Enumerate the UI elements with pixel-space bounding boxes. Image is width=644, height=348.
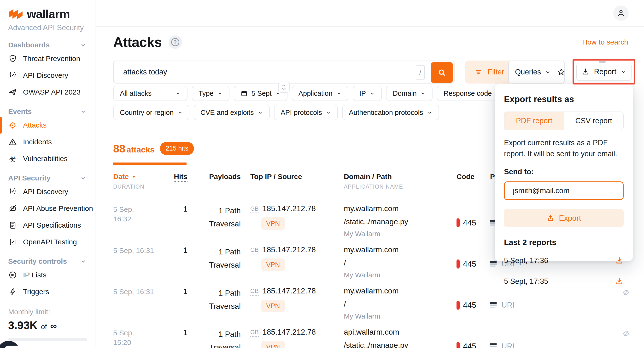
chevron-down-icon: [427, 110, 432, 115]
favorite-query-button[interactable]: [557, 61, 566, 83]
sidebar-item-api-discovery-dash[interactable]: API Discovery: [0, 67, 95, 84]
row-path: /static../manage.py: [344, 341, 456, 348]
sidebar-item-label: OWASP API 2023: [23, 88, 80, 96]
sidebar-item-api-specifications[interactable]: API Specifications: [0, 217, 95, 234]
person-icon: [616, 9, 626, 18]
chevron-down-icon: [258, 110, 263, 115]
row-hits: 1: [173, 286, 188, 323]
row-payload: 1 Path: [188, 204, 241, 217]
chip-domain[interactable]: Domain: [386, 86, 432, 101]
sidebar-item-incidents[interactable]: Incidents: [0, 134, 95, 150]
chip-country[interactable]: Country or region: [113, 105, 190, 120]
tab-csv-report[interactable]: CSV report: [564, 112, 624, 130]
hide-row-button[interactable]: [622, 329, 630, 339]
ip-circle-icon: IP: [8, 270, 17, 280]
source-badge: VPN: [261, 300, 285, 312]
tab-pdf-report[interactable]: PDF report: [504, 112, 564, 130]
sidebar-nav: Dashboards Threat Prevention API Discove…: [0, 40, 95, 300]
sidebar-item-triggers[interactable]: Triggers: [0, 283, 95, 300]
row-code: 445: [463, 301, 476, 310]
sidebar-item-api-discovery[interactable]: API Discovery: [0, 183, 95, 200]
infinity-symbol: ∞: [50, 321, 57, 331]
filter-chips-row-2: Country or region CVE and exploits API p…: [113, 105, 439, 120]
how-to-search-link[interactable]: How to search: [582, 38, 628, 46]
sidebar-item-owasp-api-2023[interactable]: OWASP API 2023: [0, 84, 95, 101]
svg-text:IP: IP: [11, 273, 14, 277]
sidebar: wallarm Advanced API Security Dashboards…: [0, 0, 96, 348]
table-row[interactable]: 5 Sep,15:20 1 1 PathTraversal GB185.147.…: [113, 323, 644, 348]
topbar: [96, 0, 644, 27]
row-time: 15:20: [113, 338, 173, 347]
chevron-down-icon: [80, 108, 86, 115]
sidebar-item-label: IP Lists: [23, 271, 46, 279]
user-avatar-button[interactable]: [613, 5, 629, 21]
report-history-item[interactable]: 5 Sept, 17:35: [504, 271, 624, 292]
chip-auth-protocols[interactable]: Authentication protocols: [342, 105, 439, 120]
queries-group: Queries: [508, 61, 565, 84]
chip-application[interactable]: Application: [292, 86, 348, 101]
sidebar-item-ip-lists[interactable]: IP IP Lists: [0, 267, 95, 283]
filter-button[interactable]: Filter: [465, 61, 514, 84]
row-ip: 185.147.212.78: [262, 328, 316, 337]
chevron-down-icon: [218, 91, 223, 96]
sidebar-section-security-controls[interactable]: Security controls: [0, 256, 95, 267]
chip-label: Country or region: [120, 109, 174, 117]
chevron-down-icon: [176, 91, 181, 96]
chip-type[interactable]: Type: [192, 86, 230, 101]
row-application: My Wallarm: [344, 271, 456, 279]
report-button[interactable]: Report: [576, 63, 632, 81]
chevron-down-icon: [545, 69, 551, 75]
chevron-down-icon: [80, 42, 86, 48]
chevron-down-icon: [282, 87, 286, 90]
row-application: My Wallarm: [344, 312, 456, 320]
param-bars-icon: [490, 302, 498, 309]
eye-slash-icon: [622, 329, 630, 338]
column-header-date[interactable]: Date: [113, 173, 173, 181]
document-check-icon: [8, 237, 17, 246]
row-payload: 1 Path: [188, 287, 241, 300]
upload-icon: [546, 214, 554, 222]
row-ip: 185.147.212.78: [262, 287, 316, 295]
corner-widget-mask: [4, 346, 26, 348]
source-badge: VPN: [261, 258, 285, 271]
row-ip: 185.147.212.78: [262, 204, 316, 213]
download-icon: [582, 68, 590, 76]
brand-name: wallarm: [27, 7, 70, 21]
sidebar-item-vulnerabilities[interactable]: ☣ Vulnerabilities: [0, 150, 95, 167]
chevron-down-icon: [80, 258, 86, 264]
search-expand-handle[interactable]: [278, 82, 290, 93]
code-status-pill: [456, 218, 460, 227]
report-date: 5 Sept, 17:35: [504, 277, 548, 286]
export-popup-title: Export results as: [504, 94, 624, 104]
row-domain: my.wallarm.com: [344, 245, 456, 254]
column-header-duration: DURATION: [113, 183, 173, 190]
report-type-tabs: PDF report CSV report: [504, 112, 624, 130]
sidebar-section-dashboards[interactable]: Dashboards: [0, 40, 95, 50]
chip-api-protocols[interactable]: API protocols: [274, 105, 338, 120]
search-button[interactable]: [431, 62, 453, 83]
row-application: My Wallarm: [344, 230, 456, 238]
chip-all-attacks[interactable]: All attacks: [113, 86, 188, 101]
email-field[interactable]: [504, 181, 624, 200]
biohazard-icon: ☣: [8, 154, 17, 163]
sidebar-section-events[interactable]: Events: [0, 106, 95, 117]
report-history-item[interactable]: 5 Sept, 17:36: [504, 250, 624, 271]
chip-label: IP: [360, 90, 366, 97]
sidebar-item-attacks[interactable]: Attacks: [0, 117, 95, 134]
sidebar-section-api-security[interactable]: API Security: [0, 173, 95, 183]
chip-cve[interactable]: CVE and exploits: [194, 105, 270, 120]
export-button[interactable]: Export: [504, 209, 624, 227]
chip-label: Type: [198, 90, 214, 97]
slash-key-hint: /: [416, 65, 425, 80]
row-payload: 1 Path: [188, 328, 241, 341]
chevron-down-icon: [326, 110, 331, 115]
sidebar-item-openapi-testing[interactable]: OpenAPI Testing: [0, 234, 95, 250]
search-input[interactable]: [123, 68, 411, 76]
sidebar-item-api-abuse-prevention[interactable]: API Abuse Prevention: [0, 200, 95, 217]
sidebar-item-threat-prevention[interactable]: Threat Prevention: [0, 50, 95, 67]
chip-ip[interactable]: IP: [353, 86, 382, 101]
queries-dropdown[interactable]: Queries: [509, 61, 557, 83]
help-icon[interactable]: ?: [168, 35, 182, 49]
calendar-icon: [240, 90, 248, 97]
lightning-icon: [8, 287, 17, 296]
